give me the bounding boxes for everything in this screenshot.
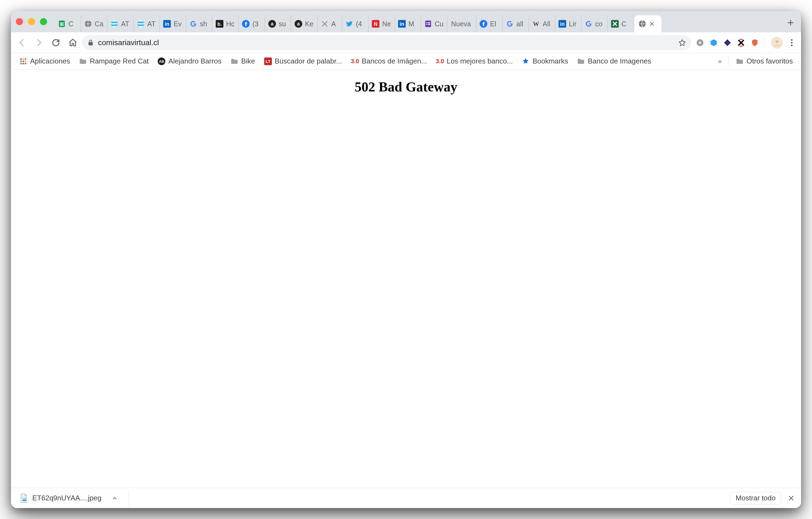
new-tab-button[interactable] bbox=[784, 16, 798, 30]
green-x-icon bbox=[610, 20, 619, 28]
svg-point-44 bbox=[23, 58, 24, 60]
tab[interactable]: Cu bbox=[421, 15, 447, 32]
tab[interactable]: W All bbox=[529, 15, 555, 32]
window-minimize-button[interactable] bbox=[28, 18, 35, 25]
tab[interactable]: C bbox=[55, 15, 81, 32]
tab-label: A bbox=[331, 20, 336, 28]
bookmark-item[interactable]: Rampage Red Cat bbox=[76, 55, 152, 67]
bookmarks-overflow-button[interactable]: » bbox=[715, 57, 724, 65]
chevron-up-icon[interactable] bbox=[112, 495, 118, 501]
lt-red-icon: LT bbox=[264, 57, 272, 65]
tab[interactable]: all bbox=[503, 15, 529, 32]
svg-text:W: W bbox=[533, 20, 539, 27]
bookmark-item[interactable]: 3.0 Los mejores banco... bbox=[433, 55, 516, 67]
tab[interactable]: a su bbox=[265, 15, 291, 32]
svg-text:in: in bbox=[560, 21, 565, 27]
tab[interactable]: A bbox=[318, 15, 342, 32]
tab-label: El bbox=[490, 20, 496, 28]
tab[interactable]: b. Hc bbox=[212, 15, 239, 32]
window-controls bbox=[16, 18, 47, 25]
twitter-icon bbox=[345, 20, 354, 28]
tab[interactable]: in M bbox=[395, 15, 421, 32]
tab[interactable]: Ca bbox=[81, 15, 107, 32]
forward-button[interactable] bbox=[31, 35, 47, 50]
svg-point-37 bbox=[775, 40, 779, 43]
download-item[interactable]: ET62q9nUYAA....jpeg bbox=[16, 491, 123, 505]
address-bar[interactable]: comisariavirtual.cl bbox=[82, 35, 691, 50]
back-button[interactable] bbox=[14, 35, 30, 50]
tab-label: su bbox=[279, 20, 286, 28]
other-bookmarks-button[interactable]: Otros favoritos bbox=[732, 55, 796, 67]
att-icon bbox=[136, 20, 145, 28]
reload-button[interactable] bbox=[48, 35, 63, 50]
svg-text:in: in bbox=[400, 21, 404, 27]
tab-label: sh bbox=[200, 20, 207, 28]
ext-black-x-icon[interactable] bbox=[736, 38, 746, 48]
tab[interactable]: sh bbox=[186, 15, 212, 32]
bookmark-item[interactable]: 3.0 Bancos de Imágen... bbox=[347, 55, 430, 67]
svg-text:a: a bbox=[271, 21, 273, 27]
svg-text:in: in bbox=[165, 21, 170, 27]
tab-active[interactable] bbox=[634, 15, 661, 32]
bookmark-label: Bancos de Imágen... bbox=[361, 57, 427, 65]
svg-point-43 bbox=[20, 58, 22, 60]
svg-rect-22 bbox=[426, 22, 427, 23]
url-text: comisariavirtual.cl bbox=[98, 38, 674, 47]
toolbar-separator bbox=[764, 37, 764, 49]
tab-close-button[interactable] bbox=[649, 21, 655, 27]
close-downloads-bar-button[interactable] bbox=[786, 493, 796, 503]
tab[interactable]: AT bbox=[134, 15, 160, 32]
tab-label: Lir bbox=[569, 20, 577, 28]
tab[interactable]: (4 bbox=[342, 15, 369, 32]
ext-blue-hex-icon[interactable] bbox=[709, 38, 719, 48]
tabs-row: C Ca AT AT in bbox=[55, 11, 780, 32]
apps-button[interactable]: Aplicaciones bbox=[16, 55, 74, 67]
download-file-name: ET62q9nUYAA....jpeg bbox=[32, 494, 101, 502]
bookmark-label: Alejandro Barros bbox=[168, 57, 222, 65]
profile-avatar[interactable] bbox=[771, 37, 783, 49]
tab[interactable]: (3 bbox=[239, 15, 265, 32]
tab-strip: C Ca AT AT in bbox=[11, 11, 801, 32]
bookmark-item[interactable]: AB Alejandro Barros bbox=[154, 55, 225, 67]
three-zero-icon: 3.0 bbox=[436, 57, 444, 65]
bookmark-item[interactable]: LT Buscador de palabr... bbox=[261, 55, 346, 67]
ext-purple-diamond-icon[interactable] bbox=[723, 38, 732, 48]
bookmark-item[interactable]: Bookmarks bbox=[518, 55, 571, 67]
bookmark-label: Los mejores banco... bbox=[447, 57, 513, 65]
home-button[interactable] bbox=[65, 35, 81, 50]
tab-label: Ev bbox=[174, 20, 181, 28]
browser-menu-button[interactable] bbox=[786, 37, 798, 49]
show-all-downloads-button[interactable]: Mostrar todo bbox=[730, 492, 781, 504]
folder-icon bbox=[230, 57, 238, 65]
tab[interactable]: C bbox=[608, 15, 634, 32]
tab[interactable]: in Ev bbox=[160, 15, 186, 32]
tab-label: AT bbox=[147, 20, 155, 28]
window-close-button[interactable] bbox=[16, 18, 23, 25]
bookmark-label: Bike bbox=[241, 57, 255, 65]
tab[interactable]: El bbox=[476, 15, 503, 32]
bookmark-label: Buscador de palabr... bbox=[275, 57, 342, 65]
bookmark-item[interactable]: Banco de Imagenes bbox=[574, 55, 654, 67]
other-bookmarks-label: Otros favoritos bbox=[747, 57, 793, 65]
att-icon bbox=[110, 20, 119, 28]
svg-point-42 bbox=[791, 45, 792, 46]
tab-label: co bbox=[595, 20, 602, 28]
window-maximize-button[interactable] bbox=[40, 18, 47, 25]
tab[interactable]: in Lir bbox=[555, 15, 581, 32]
bookmark-item[interactable]: Bike bbox=[227, 55, 258, 67]
tab[interactable]: Nueva bbox=[447, 15, 476, 32]
ext-red-shield-icon[interactable] bbox=[750, 38, 760, 48]
tab[interactable]: N Ne bbox=[369, 15, 395, 32]
google-g-icon bbox=[189, 20, 198, 28]
tab[interactable]: AT bbox=[107, 15, 134, 32]
tab[interactable]: a Ke bbox=[291, 15, 318, 32]
bookmark-star-icon[interactable] bbox=[678, 38, 686, 47]
svg-rect-25 bbox=[428, 24, 430, 25]
svg-point-48 bbox=[25, 60, 26, 62]
svg-rect-24 bbox=[426, 24, 427, 25]
tab[interactable]: co bbox=[581, 15, 608, 32]
ext-circle-gray-icon[interactable] bbox=[695, 38, 705, 48]
tab-label: (3 bbox=[253, 20, 258, 28]
linkedin-icon: in bbox=[163, 20, 171, 28]
tab-label: all bbox=[516, 20, 523, 28]
